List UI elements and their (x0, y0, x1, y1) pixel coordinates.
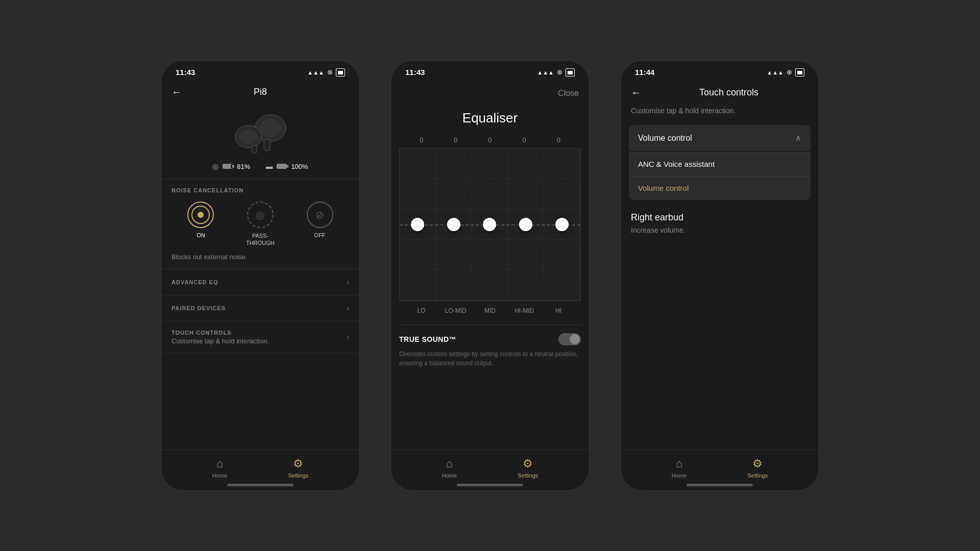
dropdown-option-anc[interactable]: ANC & Voice assistant (629, 152, 811, 176)
anc-on-circle (187, 202, 214, 228)
nav-settings-label-1: Settings (288, 472, 309, 479)
true-sound-section: TRUE SOUND™ Overrides custom settings by… (399, 324, 581, 376)
nav-home-label-1: Home (212, 472, 227, 479)
chevron-up-icon: ∧ (795, 133, 801, 143)
nav-settings-label-3: Settings (748, 472, 768, 479)
nav-home-2[interactable]: ⌂ Home (442, 457, 457, 479)
battery-pct-right: 100% (291, 163, 308, 170)
noise-cancellation-section: NOISE CANCELLATION ON ◎ PASS- THROUGH (161, 179, 359, 269)
eq-grid (399, 148, 581, 301)
true-sound-toggle[interactable] (558, 333, 581, 345)
dropdown-button[interactable]: Volume control ∧ (629, 125, 811, 151)
signal-icon: ▲▲▲ (307, 69, 324, 76)
eq-values-row: 0 0 0 0 0 (399, 136, 581, 144)
anc-status-text: Blocks out external noise. (172, 253, 349, 261)
anc-off-label: OFF (314, 232, 326, 238)
back-button-1[interactable]: ← (172, 86, 182, 98)
touch-controls-row[interactable]: TOUCH CONTROLS Customise tap & hold inte… (161, 321, 359, 354)
left-earbud-battery: ◎ 81% (212, 162, 250, 170)
battery-icon-2 (566, 68, 575, 77)
anc-passthrough-option[interactable]: ◎ PASS- THROUGH (246, 202, 275, 247)
home-icon-2: ⌂ (446, 457, 453, 470)
status-icons-2: ▲▲▲ ⊛ (537, 68, 575, 77)
anc-off-option[interactable]: ⊘ OFF (307, 202, 333, 247)
paired-devices-row[interactable]: PAIRED DEVICES › (161, 295, 359, 321)
signal-icon-3: ▲▲▲ (767, 69, 783, 76)
paired-devices-label: PAIRED DEVICES (172, 305, 226, 311)
eq-handle-3[interactable] (483, 218, 496, 231)
true-sound-desc: Overrides custom settings by setting con… (399, 349, 581, 368)
phone-1: 11:43 ▲▲▲ ⊛ ← Pi8 (161, 60, 360, 491)
eq-val-mid: 0 (477, 136, 503, 144)
nav-settings-label-2: Settings (518, 472, 538, 479)
battery-bar-left (223, 164, 233, 169)
true-sound-row: TRUE SOUND™ (399, 333, 581, 345)
eq-handle-2[interactable] (447, 218, 460, 231)
nav-settings-2[interactable]: ⚙ Settings (518, 457, 538, 479)
home-indicator-3 (687, 484, 753, 486)
settings-icon-2: ⚙ (523, 457, 533, 470)
touch-controls-subtitle: Customise tap & hold interaction. (621, 105, 819, 125)
eq-label-lo: LO (409, 307, 434, 314)
battery-icon-3 (795, 68, 804, 77)
settings-icon-3: ⚙ (752, 457, 763, 470)
touch-controls-chevron: › (347, 333, 349, 342)
nav-home-1[interactable]: ⌂ Home (212, 457, 227, 479)
s3-header: ← Touch controls (621, 81, 819, 105)
svg-point-4 (239, 129, 258, 144)
eq-handle-4[interactable] (519, 218, 532, 231)
eq-val-himid: 0 (511, 136, 537, 144)
right-earbud-section: Right earbud Increase volume. (621, 200, 819, 234)
eq-label-hi: HI (546, 307, 571, 314)
nav-home-3[interactable]: ⌂ Home (672, 457, 687, 479)
signal-icon-2: ▲▲▲ (537, 69, 554, 76)
status-icons-1: ▲▲▲ ⊛ (307, 68, 345, 77)
eq-labels-row: LO LO-MID MID HI-MID HI (399, 301, 581, 314)
status-bar-3: 11:44 ▲▲▲ ⊛ (621, 61, 819, 81)
page-title-3: Touch controls (649, 87, 808, 98)
earbud-icon-left: ◎ (212, 162, 218, 170)
eq-row-1 (400, 148, 435, 179)
status-icons-3: ▲▲▲ ⊛ (767, 68, 804, 77)
anc-options: ON ◎ PASS- THROUGH ⊘ OFF (172, 202, 349, 247)
eq-handle-5[interactable] (555, 218, 569, 231)
wifi-icon-2: ⊛ (557, 68, 562, 76)
anc-on-option[interactable]: ON (187, 202, 214, 247)
eq-row-4 (400, 240, 435, 270)
svg-rect-2 (264, 139, 270, 151)
dropdown-option-volume-label: Volume control (638, 184, 689, 192)
noise-cancellation-title: NOISE CANCELLATION (172, 187, 349, 193)
wifi-icon: ⊛ (327, 68, 333, 76)
anc-off-circle: ⊘ (307, 202, 333, 228)
close-button[interactable]: Close (391, 81, 589, 102)
back-button-3[interactable]: ← (631, 87, 641, 98)
dropdown-option-volume[interactable]: Volume control (629, 176, 811, 200)
home-icon-3: ⌂ (676, 457, 682, 470)
case-icon: ▬ (265, 162, 273, 170)
phone-2: 11:43 ▲▲▲ ⊛ Close Equaliser 0 0 0 0 0 (390, 60, 590, 491)
equaliser-container: 0 0 0 0 0 (391, 136, 589, 314)
eq-handle-1[interactable] (411, 218, 424, 231)
nav-settings-1[interactable]: ⚙ Settings (288, 457, 309, 479)
battery-status: ◎ 81% ▬ 100% (161, 162, 359, 179)
eq-val-hi: 0 (546, 136, 571, 144)
right-earbud-desc: Increase volume. (631, 226, 808, 234)
right-earbud-battery: ▬ 100% (265, 162, 308, 170)
eq-label-lomid: LO-MID (443, 307, 469, 314)
eq-val-lo: 0 (409, 136, 434, 144)
advanced-eq-chevron: › (347, 278, 349, 287)
time-3: 11:44 (635, 68, 654, 77)
nav-settings-3[interactable]: ⚙ Settings (748, 457, 768, 479)
battery-icon (336, 68, 345, 77)
equaliser-title: Equaliser (391, 102, 589, 136)
toggle-knob (570, 334, 580, 344)
nav-home-label-3: Home (672, 472, 687, 479)
anc-passthrough-label: PASS- THROUGH (246, 232, 275, 247)
svg-rect-5 (252, 145, 257, 153)
svg-point-1 (259, 119, 282, 137)
battery-bar-right (277, 164, 287, 169)
eq-row-2 (400, 179, 435, 210)
anc-passthrough-circle: ◎ (247, 202, 274, 228)
advanced-eq-row[interactable]: ADVANCED EQ › (161, 269, 359, 295)
battery-pct-left: 81% (237, 163, 250, 170)
